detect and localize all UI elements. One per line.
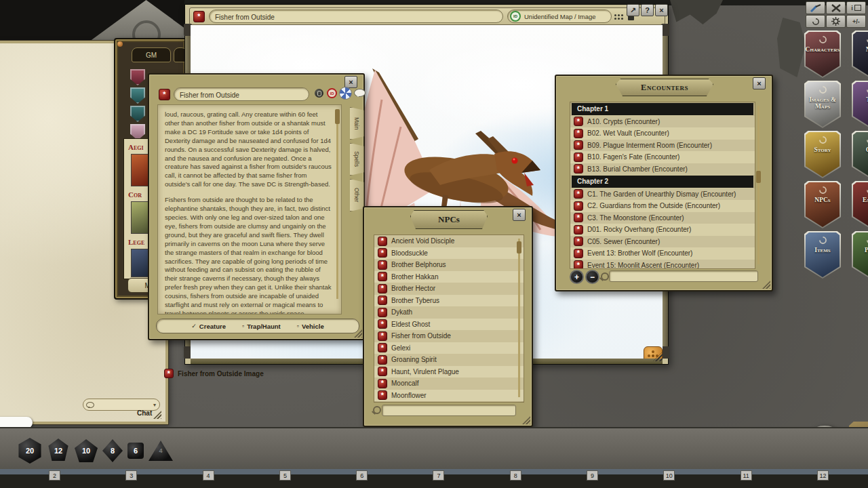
image-link-row[interactable]: * Fisher from Outside Image [164,369,264,378]
encounter-list-item[interactable]: * B10. Fagen's Fate (Encounter) [570,151,755,163]
npc-name: Moonflower [391,392,427,399]
npc-name: Dykath [391,308,412,316]
die[interactable]: 8 [102,439,123,462]
npc-name: Gelexi [391,344,410,352]
encounter-list-item[interactable]: * C2. Guardians from the Outside (Encoun… [570,200,755,212]
map-title-input[interactable] [210,12,502,24]
module-section-label: Lege [128,238,144,246]
ruler-number: 8 [510,470,521,481]
encounters-search-field[interactable] [609,270,758,282]
unidentified-toggle-icon[interactable]: ID [327,88,337,98]
type-option[interactable]: ✓ Creature [191,323,226,330]
npc-list-item[interactable]: * Brother Belphorus [374,259,524,271]
npc-list-item[interactable]: * Brother Tyberus [374,295,524,307]
fg-link-icon: * [574,260,583,269]
encounter-list-item[interactable]: * B13. Burial Chamber (Encounter) [570,163,755,176]
tab-main[interactable]: Main [350,107,364,140]
npc-list-item[interactable]: * Dykath [374,306,524,319]
encounter-label: C05. Sewer (Encounter) [587,238,660,245]
npc-name-input[interactable] [174,89,309,102]
remove-button[interactable]: − [585,270,599,284]
encounter-list-item[interactable]: * Event 15: Moonlit Ascent (Encounter) [570,260,755,270]
npc-list-item[interactable]: * Ancient Void Disciple [374,235,524,247]
die[interactable]: 12 [47,439,70,463]
encounter-list-item[interactable]: * Chapter 1 [572,103,753,115]
type-option[interactable]: ▫ Trap/Haunt [242,323,281,330]
sidebar-shield-button[interactable]: Items [804,231,841,279]
encounters-window-title[interactable]: Encounters [616,79,713,96]
scrollbar[interactable] [336,109,338,299]
party-vision-icon[interactable] [614,14,616,16]
npcs-resize-grip[interactable] [522,416,530,424]
sidebar-shield-button[interactable]: Par [852,231,868,279]
add-button[interactable]: + [570,270,584,284]
sidebar-shield-button[interactable]: No [852,30,868,78]
chat-caret-icon[interactable]: ▾ [153,402,156,408]
maximize-button[interactable]: ↗ [627,4,639,16]
sidebar-shield-button[interactable]: Enco [852,181,868,228]
fg-dragon-emblem-icon [866,85,868,94]
scrollbar[interactable] [518,239,520,397]
npc-list-item[interactable]: * Eldest Ghost [374,319,524,331]
npc-list-item[interactable]: * Bloodsuckle [374,247,524,260]
die[interactable]: 6 [127,443,144,459]
module-shield-icon[interactable] [130,106,145,122]
die[interactable]: 20 [18,438,42,464]
encounter-list-item[interactable]: * Chapter 2 [572,176,753,188]
encounters-resize-grip[interactable] [762,281,770,289]
npc-list-item[interactable]: * Haunt, Virulent Plague [374,366,524,378]
module-shield-icon[interactable] [130,87,145,104]
die[interactable]: 4 [149,441,173,461]
npcs-search-input[interactable] [382,407,515,418]
encounter-list-item[interactable]: * A10. Crypts (Encounter) [570,116,755,128]
npc-list-item[interactable]: * Groaning Spirit [374,354,524,366]
npc-list-item[interactable]: * Brother Hakkan [374,271,524,283]
npc-name-field[interactable] [174,87,309,101]
npc-list-item[interactable]: * Moonflower [374,390,524,402]
tab-gm[interactable]: GM [132,47,171,62]
encounter-list-item[interactable]: * Event 13: Brother Wolf (Encounter) [570,247,755,260]
scrollbar[interactable] [757,106,760,264]
type-option[interactable]: ▫ Vehicle [297,323,324,330]
sidebar-shield-button[interactable]: Ta [852,81,868,128]
tab-other[interactable]: Other [350,179,364,211]
die[interactable]: 10 [75,439,98,462]
module-shield-icon[interactable] [130,69,145,85]
speech-bubble-icon[interactable] [354,89,366,97]
encounters-search-input[interactable] [610,273,757,283]
npc-list-item[interactable]: * Brother Hector [374,283,524,295]
sidebar-shield-button[interactable]: Characters [804,30,841,78]
encounter-label: Event 13: Brother Wolf (Encounter) [587,249,692,257]
encounter-list-item[interactable]: * C3. The Moonstone (Encounter) [570,212,755,224]
npc-list-item[interactable]: * Fisher from Outside [374,330,524,342]
type-option-label: Vehicle [302,323,324,330]
tab-spells[interactable]: Spells [350,143,364,176]
sidebar-shield-button[interactable]: NPCs [804,181,841,228]
encounter-list-item[interactable]: * C1. The Garden of Unearthly Dismay (En… [570,188,755,201]
encounter-list-item[interactable]: * D01. Rocky Overhang (Encounter) [570,224,755,236]
close-button[interactable]: × [655,4,668,16]
bottom-ruler: 2 3 4 5 6 7 8 9 10 11 12 [0,469,868,488]
npc-list-item[interactable]: * Mooncalf [374,378,524,390]
sidebar-shield-button[interactable]: Qu [852,131,868,178]
fg-link-icon: * [378,272,387,281]
token-icon[interactable] [339,87,352,100]
lock-icon[interactable] [315,89,323,98]
npcs-search-field[interactable] [382,405,516,416]
npcs-window-title[interactable]: NPCs [410,210,488,229]
help-button[interactable]: ? [641,4,654,16]
npc-list-item[interactable]: * Gelexi [374,342,524,354]
encounter-list-item[interactable]: * C05. Sewer (Encounter) [570,236,755,248]
encounter-list-item[interactable]: * B09. Plague Interment Room (Encounter) [570,140,755,152]
map-title-field[interactable] [209,9,503,23]
sidebar-shield-button[interactable]: Images & Maps [804,81,841,128]
chat-resize-grip[interactable] [153,411,161,419]
encounter-list-item[interactable]: * B02. Wet Vault (Encounter) [570,127,755,140]
close-button[interactable]: × [513,209,526,221]
map-window-controls: ↗ ? × [627,4,668,16]
sidebar-shield-button[interactable]: Story [804,131,841,178]
fg-link-icon: * [378,390,387,400]
fg-link-icon: * [378,331,387,341]
map-identity-field[interactable]: ID Unidentified Map / Image [507,9,612,23]
close-button[interactable]: × [753,77,766,89]
